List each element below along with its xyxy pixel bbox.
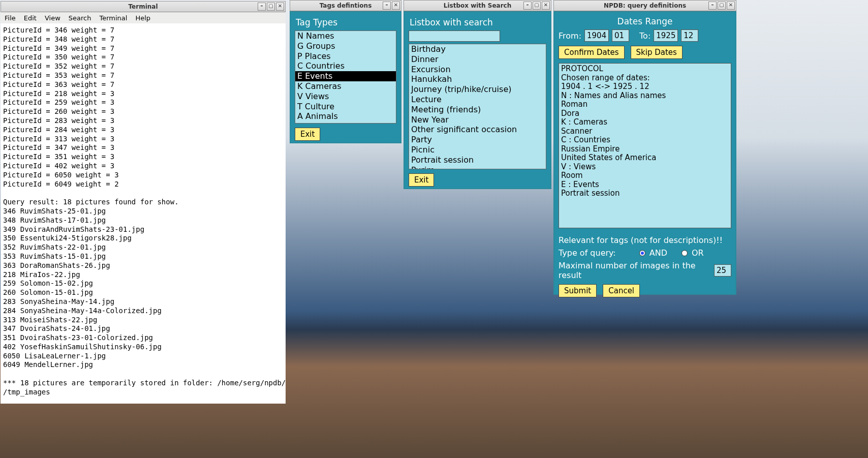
listbox-window: Listbox with Search – ▢ ✕ Listbox with s… xyxy=(404,0,551,189)
listbox-item[interactable]: Meeting (friends) xyxy=(409,105,546,115)
listbox-item[interactable]: Dinner xyxy=(409,54,546,65)
terminal-menubar: File Edit View Search Terminal Help xyxy=(1,12,286,24)
tags-item[interactable]: K Cameras xyxy=(295,81,396,91)
tags-exit-button[interactable]: Exit xyxy=(295,128,320,141)
terminal-title: Terminal xyxy=(128,3,158,10)
listbox-item[interactable]: Lecture xyxy=(409,95,546,105)
tags-item[interactable]: N Names xyxy=(295,31,396,41)
maximize-icon[interactable]: ▢ xyxy=(718,2,726,10)
maximize-icon[interactable]: ▢ xyxy=(267,3,275,11)
protocol-line: Room xyxy=(561,171,729,180)
protocol-line: K : Cameras xyxy=(561,118,729,127)
minimize-icon[interactable]: – xyxy=(383,2,391,10)
protocol-line: N : Names and Alias names xyxy=(561,91,729,101)
search-input[interactable] xyxy=(409,30,500,42)
protocol-line: Roman xyxy=(561,100,729,109)
listbox-item[interactable]: Hanukkah xyxy=(409,74,546,84)
listbox-item[interactable]: Journey (trip/hike/cruise) xyxy=(409,84,546,95)
dates-heading: Dates Range xyxy=(559,16,731,26)
protocol-line: 1904 . 1 <-> 1925 . 12 xyxy=(561,82,729,91)
protocol-textbox[interactable]: PROTOCOLChosen range of dates:1904 . 1 <… xyxy=(559,63,731,228)
skip-dates-button[interactable]: Skip Dates xyxy=(631,46,683,59)
tags-item[interactable]: A Animals xyxy=(295,111,396,121)
minimize-icon[interactable]: – xyxy=(523,2,532,10)
protocol-line: Russian Empire xyxy=(561,145,729,154)
listbox-item[interactable]: Party xyxy=(409,135,546,145)
to-label: To: xyxy=(639,31,650,41)
protocol-line: V : Views xyxy=(561,163,729,172)
radio-and[interactable] xyxy=(639,250,645,256)
or-label: OR xyxy=(692,248,704,258)
and-label: AND xyxy=(649,248,667,258)
to-month-input[interactable] xyxy=(681,29,698,42)
listbox-item[interactable]: Birthday xyxy=(409,44,546,54)
submit-button[interactable]: Submit xyxy=(559,284,597,297)
protocol-line: Chosen range of dates: xyxy=(561,74,729,83)
tags-item[interactable]: C Countries xyxy=(295,61,396,71)
events-listbox[interactable]: BirthdayDinnerExcursionHanukkahJourney (… xyxy=(409,44,546,169)
tags-title: Tags defintions xyxy=(320,2,372,9)
tags-heading: Tag Types xyxy=(296,17,396,27)
listbox-item[interactable]: Portrait session xyxy=(409,155,546,165)
tags-item[interactable]: P Places xyxy=(295,51,396,62)
tags-item[interactable]: E Events xyxy=(295,71,396,81)
from-month-input[interactable] xyxy=(612,29,629,42)
relevant-label: Relevant for tags (not for descriptions)… xyxy=(559,235,731,245)
type-query-label: Type of query: xyxy=(559,248,616,258)
close-icon[interactable]: ✕ xyxy=(276,3,284,11)
tags-item[interactable]: V Views xyxy=(295,91,396,102)
protocol-line: C : Countries xyxy=(561,136,729,145)
listbox-exit-button[interactable]: Exit xyxy=(409,173,434,187)
listbox-item[interactable]: Purim xyxy=(409,165,546,169)
listbox-item[interactable]: New Year xyxy=(409,115,546,125)
protocol-line: United States of America xyxy=(561,154,729,163)
max-images-input[interactable] xyxy=(714,264,731,277)
confirm-dates-button[interactable]: Confirm Dates xyxy=(559,46,625,59)
maximize-icon[interactable]: ▢ xyxy=(533,2,541,10)
close-icon[interactable]: ✕ xyxy=(542,2,550,10)
close-icon[interactable]: ✕ xyxy=(392,2,400,10)
query-window: NPDB: query definitions – ▢ ✕ Dates Rang… xyxy=(553,0,736,295)
listbox-item[interactable]: Excursion xyxy=(409,65,546,75)
minimize-icon[interactable]: – xyxy=(708,2,717,10)
menu-file[interactable]: File xyxy=(5,14,16,22)
query-title: NPDB: query definitions xyxy=(604,2,686,9)
menu-search[interactable]: Search xyxy=(69,14,91,22)
listbox-heading: Listbox with search xyxy=(410,17,546,27)
max-images-label: Maximal number of images in the result xyxy=(559,261,710,280)
menu-edit[interactable]: Edit xyxy=(24,14,37,22)
tags-item[interactable]: S Surnames xyxy=(295,121,396,124)
terminal-titlebar[interactable]: Terminal – ▢ ✕ xyxy=(1,1,286,12)
radio-or[interactable] xyxy=(681,250,688,256)
terminal-output[interactable]: PictureId = 346 weight = 7 PictureId = 3… xyxy=(1,23,286,404)
tags-item[interactable]: G Groups xyxy=(295,41,396,51)
query-titlebar[interactable]: NPDB: query definitions – ▢ ✕ xyxy=(553,0,736,11)
menu-terminal[interactable]: Terminal xyxy=(99,14,127,22)
protocol-line: Scanner xyxy=(561,127,729,136)
tags-titlebar[interactable]: Tags defintions – ✕ xyxy=(290,0,401,11)
to-year-input[interactable] xyxy=(654,29,678,42)
menu-help[interactable]: Help xyxy=(135,14,150,22)
cancel-button[interactable]: Cancel xyxy=(603,284,640,297)
listbox-title: Listbox with Search xyxy=(444,2,512,9)
tags-listbox[interactable]: N NamesG GroupsP PlacesC CountriesE Even… xyxy=(295,30,396,124)
listbox-titlebar[interactable]: Listbox with Search – ▢ ✕ xyxy=(404,0,551,11)
protocol-line: Dora xyxy=(561,109,729,118)
minimize-icon[interactable]: – xyxy=(258,3,266,11)
tags-window: Tags defintions – ✕ Tag Types N NamesG G… xyxy=(290,0,401,143)
from-label: From: xyxy=(559,31,581,41)
protocol-line: E : Events xyxy=(561,180,729,190)
from-year-input[interactable] xyxy=(584,29,609,42)
terminal-window: Terminal – ▢ ✕ File Edit View Search Ter… xyxy=(1,1,286,404)
close-icon[interactable]: ✕ xyxy=(727,2,735,10)
protocol-line: PROTOCOL xyxy=(561,65,729,74)
listbox-item[interactable]: Picnic xyxy=(409,145,546,155)
menu-view[interactable]: View xyxy=(45,14,60,22)
protocol-line: Portrait session xyxy=(561,189,729,198)
listbox-item[interactable]: Other significant occasion xyxy=(409,125,546,135)
tags-item[interactable]: T Culture xyxy=(295,102,396,112)
